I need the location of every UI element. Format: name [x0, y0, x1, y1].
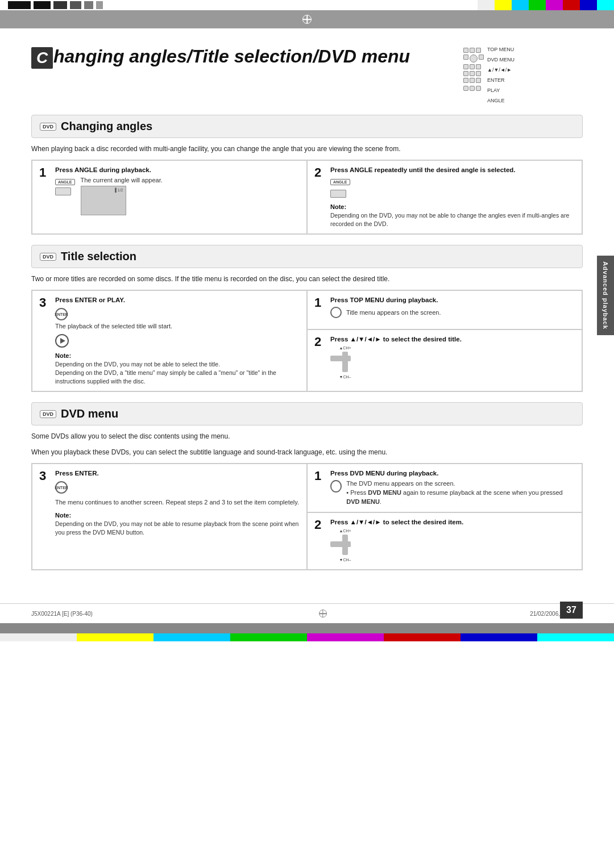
label-top-menu: TOP MENU	[487, 47, 515, 52]
angle-btn-img	[55, 187, 71, 195]
step-t2-content: Press ▲/▼/◄/► to select the desired titl…	[330, 336, 462, 381]
bc-cyan	[154, 633, 230, 641]
step-1-content: Press ANGLE during playback. ANGLE The c…	[55, 166, 163, 215]
step-number-2: 2	[314, 166, 326, 228]
color-white	[478, 0, 495, 10]
step-1-title: Press ANGLE during playback.	[55, 166, 163, 173]
r-btn	[470, 71, 475, 76]
r-btn	[463, 78, 468, 83]
step-d2-num: 2	[314, 519, 326, 564]
r-btn	[470, 48, 475, 53]
bc-green	[230, 633, 307, 641]
color-red	[563, 0, 580, 10]
black-block-2	[34, 1, 51, 9]
top-color-bar	[0, 0, 614, 10]
dpad-label-bottom: ▼CH–	[339, 375, 351, 379]
step-number-1: 1	[39, 166, 51, 215]
step-1-desc: The current angle will appear.	[81, 177, 163, 183]
step-t1-inner: 1 Press TOP MENU during playback. Title …	[314, 297, 575, 318]
step-t1-desc: Title menu appears on the screen.	[346, 309, 441, 316]
step-title-1: 1 Press TOP MENU during playback. Title …	[307, 290, 582, 329]
r-btn	[463, 48, 468, 53]
step-1-body: ANGLE The current angle will appear. ▐ 1…	[55, 177, 163, 215]
remote-diagram-inner: TOP MENU DVD MENU ▲/▼/◄/► ENTER PLAY ANG…	[463, 45, 583, 103]
dpad-v-arm	[342, 352, 348, 372]
note-label-2: Note:	[330, 203, 575, 210]
step-d1-desc2: • Press DVD MENU again to resume playbac…	[346, 489, 575, 506]
step-angles-2: 2 Press ANGLE repeatedly until the desir…	[307, 160, 582, 234]
r-btn	[463, 64, 468, 69]
enter-icon: ENTER	[55, 308, 68, 320]
bc-magenta	[307, 633, 384, 641]
step-d3-desc: The menu continues to another screen. Re…	[55, 498, 300, 507]
step-t2-title: Press ▲/▼/◄/► to select the desired titl…	[330, 336, 462, 343]
dvd-menu-steps: 1 Press DVD MENU during playback. The DV…	[31, 463, 583, 570]
dpad-title: ▲CH+ ▼CH–	[330, 346, 360, 379]
black-block-3	[53, 1, 67, 9]
angle-icon-2: ANGLE	[330, 179, 350, 185]
dvd-menu-title: DVD menu	[61, 407, 118, 420]
changing-angles-title: Changing angles	[61, 120, 152, 133]
step-d1-title: Press DVD MENU during playback.	[330, 470, 575, 477]
step-1-inner: 1 Press ANGLE during playback. ANGLE The…	[39, 166, 300, 215]
dvd-menu-icon	[330, 480, 342, 493]
angle-icon: ANGLE	[55, 179, 75, 185]
step-d1-content: Press DVD MENU during playback. The DVD …	[330, 470, 575, 506]
title-selection-title: Title selection	[61, 250, 136, 263]
step-d1-descs: The DVD menu appears on the screen. • Pr…	[346, 480, 575, 506]
r-btn-wide	[463, 86, 468, 91]
black-block-5	[84, 1, 93, 9]
step-t3-desc: The playback of the selected title will …	[55, 323, 300, 329]
step-t3-inner: 3 Press ENTER or PLAY. ENTER The playbac…	[39, 297, 300, 385]
screen-preview: ▐ 1/2	[81, 186, 126, 215]
step-title-2: 2 Press ▲/▼/◄/► to select the desired ti…	[307, 329, 582, 392]
label-dvd-menu: DVD MENU	[487, 57, 515, 62]
step-dvd-1: 1 Press DVD MENU during playback. The DV…	[307, 464, 582, 512]
dvd-badge-angles: DVD	[40, 123, 56, 131]
color-magenta	[546, 0, 563, 10]
title-selection-header: DVD Title selection	[31, 245, 583, 268]
footer-crosshair	[319, 610, 327, 617]
step-t3-num: 3	[39, 297, 51, 385]
step-t2-num: 2	[314, 336, 326, 381]
step-d1-inner: 1 Press DVD MENU during playback. The DV…	[314, 470, 575, 506]
title-selection-desc: Two or more titles are recorded on some …	[31, 274, 583, 284]
step-t2-inner: 2 Press ▲/▼/◄/► to select the desired ti…	[314, 336, 575, 381]
black-block-6	[96, 1, 103, 9]
page-title-text: hanging angles/Title selection/DVD menu	[53, 46, 410, 66]
color-blocks-right	[478, 0, 614, 10]
step-d1-body: The DVD menu appears on the screen. • Pr…	[330, 480, 575, 506]
step-t1-title: Press TOP MENU during playback.	[330, 297, 441, 303]
r-btn-circle	[470, 55, 478, 62]
r-btn	[476, 71, 481, 76]
step-d3-inner: 3 Press ENTER. ENTER The menu continues …	[39, 470, 300, 536]
bc-white	[0, 633, 77, 641]
label-arrows: ▲/▼/◄/►	[487, 67, 515, 73]
top-menu-icon	[330, 307, 342, 318]
enter-icon-dvd: ENTER	[55, 481, 68, 494]
r-btn	[479, 55, 484, 60]
header-strip	[0, 10, 614, 28]
black-block-1	[8, 1, 31, 9]
changing-angles-header: DVD Changing angles	[31, 115, 583, 138]
step-dvd-2: 2 Press ▲/▼/◄/► to select the desired it…	[307, 512, 582, 570]
step-d2-inner: 2 Press ▲/▼/◄/► to select the desired it…	[314, 519, 575, 564]
step-t3-content: Press ENTER or PLAY. ENTER The playback …	[55, 297, 300, 385]
step-d3-note: Note: Depending on the DVD, you may not …	[55, 512, 300, 536]
remote-row-2	[463, 55, 484, 62]
remote-row-5	[463, 78, 484, 83]
remote-row-4	[463, 71, 484, 76]
step-2-inner: 2 Press ANGLE repeatedly until the desir…	[314, 166, 575, 228]
changing-angles-steps: 1 Press ANGLE during playback. ANGLE The…	[31, 160, 583, 235]
remote-diagram: TOP MENU DVD MENU ▲/▼/◄/► ENTER PLAY ANG…	[463, 45, 583, 103]
dpad-dvd-label-top: ▲CH+	[339, 529, 351, 533]
r-btn	[470, 78, 475, 83]
r-btn	[476, 48, 481, 53]
screen-label: ▐ 1/2	[114, 188, 123, 192]
remote-row-1	[463, 48, 484, 53]
step-angles-1: 1 Press ANGLE during playback. ANGLE The…	[32, 160, 307, 234]
step-t1-content: Press TOP MENU during playback. Title me…	[330, 297, 441, 318]
dpad-dvd-label-bottom: ▼CH–	[339, 558, 351, 562]
dvd-menu-header: DVD DVD menu	[31, 402, 583, 425]
step-2-note: Note: Depending on the DVD, you may not …	[330, 203, 575, 228]
